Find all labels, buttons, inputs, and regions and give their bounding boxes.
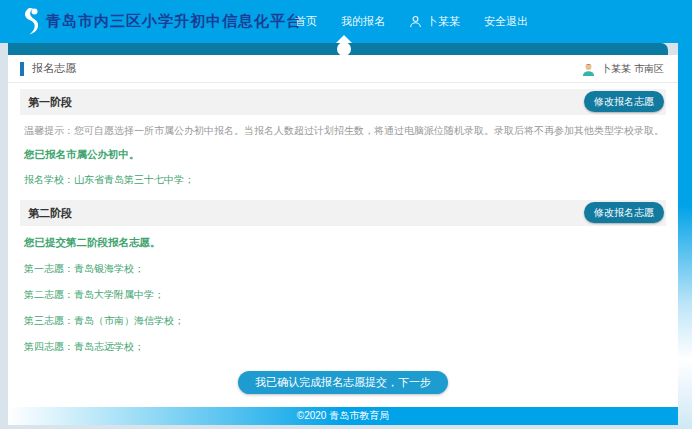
- choice-line-3: 第三志愿：青岛（市南）海信学校；: [24, 314, 662, 328]
- confirm-next-button[interactable]: 我已确认完成报名志愿提交，下一步: [238, 371, 448, 394]
- active-tab-marker-dot-icon: [337, 42, 351, 56]
- choice-line-4: 第四志愿：青岛志远学校；: [24, 340, 662, 354]
- choice-line-2: 第二志愿：青岛大学附属中学；: [24, 288, 662, 302]
- content-panel: 报名志愿 卜某某 市南区 第一阶段 修改报名志愿 温馨提示：您可自愿选择一所市属…: [8, 55, 678, 425]
- phase2-title: 第二阶段: [28, 206, 72, 221]
- breadcrumb: 报名志愿 卜某某 市南区: [8, 55, 678, 83]
- avatar-icon: [581, 62, 596, 77]
- nav-user-name: 卜某某: [427, 14, 460, 29]
- breadcrumb-accent-bar: [20, 62, 24, 76]
- phase2-status-text: 您已提交第二阶段报名志愿。: [24, 236, 662, 250]
- user-info-text: 卜某某 市南区: [601, 62, 664, 76]
- phase1-title: 第一阶段: [28, 95, 72, 110]
- phase1-status-text: 您已报名市属公办初中。: [24, 148, 662, 162]
- choice-line-1: 第一志愿：青岛银海学校；: [24, 262, 662, 276]
- logo-icon: [16, 7, 42, 37]
- nav-logout[interactable]: 安全退出: [472, 14, 540, 29]
- section-header-phase1: 第一阶段 修改报名志愿: [20, 89, 666, 115]
- confirm-button-row: 我已确认完成报名志愿提交，下一步: [8, 371, 678, 394]
- main-nav: 首页 我的报名 卜某某 安全退出: [283, 0, 540, 43]
- background-gradient-strip: [678, 43, 692, 429]
- section-header-phase2: 第二阶段 修改报名志愿: [20, 200, 666, 226]
- modify-preferences-button-phase1[interactable]: 修改报名志愿: [584, 91, 664, 112]
- modify-preferences-button-phase2[interactable]: 修改报名志愿: [584, 202, 664, 223]
- page-title: 报名志愿: [32, 61, 76, 76]
- nav-my-registration[interactable]: 我的报名: [329, 14, 397, 29]
- nav-user[interactable]: 卜某某: [397, 14, 472, 29]
- nav-home[interactable]: 首页: [283, 14, 329, 29]
- phase1-school-line: 报名学校：山东省青岛第三十七中学；: [24, 173, 662, 187]
- page-footer: ©2020 青岛市教育局: [8, 407, 678, 425]
- app-title: 青岛市内三区小学升初中信息化平台: [46, 12, 302, 31]
- phase1-tip-text: 温馨提示：您可自愿选择一所市属公办初中报名。当报名人数超过计划招生数，将通过电脑…: [24, 124, 662, 138]
- user-icon: [409, 15, 422, 28]
- user-info: 卜某某 市南区: [581, 55, 664, 83]
